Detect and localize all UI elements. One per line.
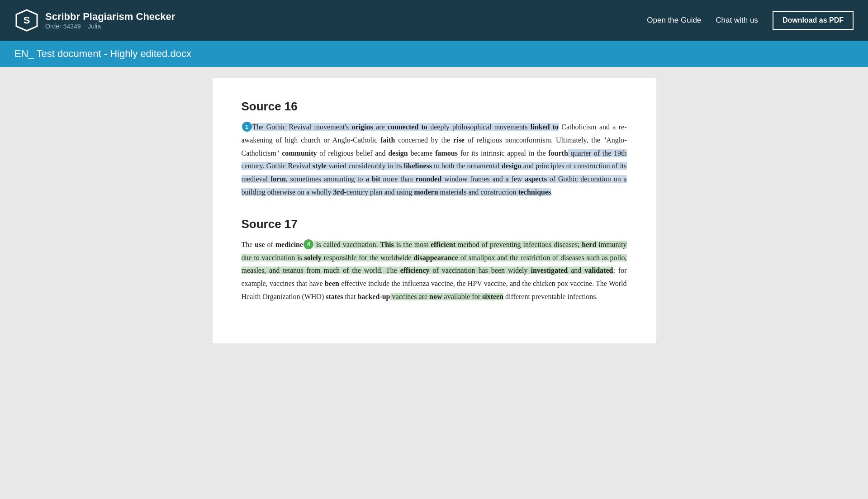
source-16-heading: Source 16 — [242, 100, 627, 114]
text-segment: are — [373, 123, 388, 131]
text-segment: aspects — [525, 175, 547, 183]
text-segment: modern — [414, 188, 438, 196]
text-segment: of religious belief and — [317, 149, 388, 157]
text-segment: herd — [582, 241, 596, 248]
text-segment: became — [408, 149, 435, 157]
text-segment: and — [568, 266, 584, 274]
text-segment: solely — [304, 254, 322, 261]
document-title: EN_ Test document - Highly edited.docx — [14, 48, 191, 59]
text-segment: -century plan and using — [344, 188, 414, 196]
text-segment: , sometimes amounting to — [286, 175, 366, 183]
text-segment: concerned by the — [395, 136, 453, 144]
text-segment: different preventable infections. — [503, 293, 598, 300]
logo-area: S Scribbr Plagiarism Checker Order 54349… — [14, 8, 636, 33]
text-segment: form — [270, 175, 286, 183]
text-segment: sixteen — [482, 293, 503, 300]
text-segment: available for — [442, 293, 482, 300]
document-page: Source 16 1The Gothic Revival movement's… — [213, 78, 656, 343]
text-segment: use — [255, 241, 265, 248]
text-segment: 3rd — [333, 188, 344, 196]
text-segment: community — [282, 149, 317, 157]
text-segment: states — [326, 293, 343, 300]
header-nav: Open the Guide Chat with us Download as … — [647, 11, 854, 30]
text-segment: method of preventing infectious diseases… — [455, 241, 582, 248]
text-segment: backed-up — [357, 293, 390, 300]
source-16-paragraph: 1The Gothic Revival movement's origins a… — [242, 121, 627, 199]
text-segment: techniques — [518, 188, 551, 196]
text-segment: materials and construction — [438, 188, 518, 196]
text-segment: is the most — [394, 241, 431, 248]
text-segment: been — [325, 280, 339, 287]
svg-text:S: S — [24, 14, 30, 26]
badge-4: 4 — [304, 239, 313, 249]
text-segment: investigated — [531, 266, 568, 274]
source-17-paragraph: The use of medicine4 is called vaccinati… — [242, 238, 627, 304]
text-segment: validated — [584, 266, 613, 274]
doc-title-bar: EN_ Test document - Highly edited.docx — [0, 41, 868, 67]
text-segment: rise — [453, 136, 465, 144]
text-segment: fourth — [548, 149, 568, 157]
scribbr-logo-icon: S — [14, 8, 39, 33]
open-guide-link[interactable]: Open the Guide — [647, 16, 701, 25]
text-segment: efficient — [431, 241, 455, 248]
text-segment: The — [242, 241, 255, 248]
text-segment: linked to — [531, 123, 559, 131]
text-segment: varied considerably in its — [327, 162, 404, 170]
logo-text-block: Scribbr Plagiarism Checker Order 54349 –… — [45, 11, 175, 30]
source-17-heading: Source 17 — [242, 217, 627, 231]
text-segment: for its intrinsic appeal in the — [458, 149, 548, 157]
text-segment: is called vaccination. — [314, 241, 380, 248]
text-segment: style — [313, 162, 327, 170]
text-segment: . — [551, 188, 553, 196]
text-segment: now — [429, 293, 442, 300]
text-segment: design — [502, 162, 522, 170]
source-16-section: Source 16 1The Gothic Revival movement's… — [242, 100, 627, 199]
text-segment: likeliness — [404, 162, 432, 170]
text-segment: connected to — [388, 123, 427, 131]
text-segment: deeply philosophical movements — [427, 123, 531, 131]
app-title: Scribbr Plagiarism Checker — [45, 11, 175, 23]
text-segment: origins — [352, 123, 373, 131]
text-segment: design — [388, 149, 408, 157]
text-segment: vaccines are — [390, 293, 430, 300]
text-segment: efficiency — [400, 266, 430, 274]
text-segment: faith — [380, 136, 395, 144]
text-segment: medicine — [275, 241, 303, 248]
chat-with-us-link[interactable]: Chat with us — [716, 16, 758, 25]
text-segment: famous — [435, 149, 458, 157]
main-content: Source 16 1The Gothic Revival movement's… — [0, 67, 868, 499]
download-pdf-button[interactable]: Download as PDF — [773, 11, 854, 30]
text-segment: that — [343, 293, 357, 300]
badge-1: 1 — [242, 122, 252, 132]
header: S Scribbr Plagiarism Checker Order 54349… — [0, 0, 868, 41]
text-segment: disappearance — [413, 254, 458, 261]
text-segment: more than — [380, 175, 416, 183]
source-17-section: Source 17 The use of medicine4 is called… — [242, 217, 627, 304]
text-segment: of — [265, 241, 275, 248]
text-segment: This — [380, 241, 394, 248]
text-segment: rounded — [416, 175, 442, 183]
text-segment: window frames and a few — [441, 175, 525, 183]
order-subtitle: Order 54349 – Julia — [45, 23, 175, 30]
text-segment: to both the ornamental — [432, 162, 502, 170]
text-segment: of vaccination has been widely — [430, 266, 531, 274]
text-segment: responsible for the worldwide — [322, 254, 413, 261]
text-segment: a bit — [365, 175, 380, 183]
text-segment: The Gothic Revival movement's — [252, 123, 352, 131]
